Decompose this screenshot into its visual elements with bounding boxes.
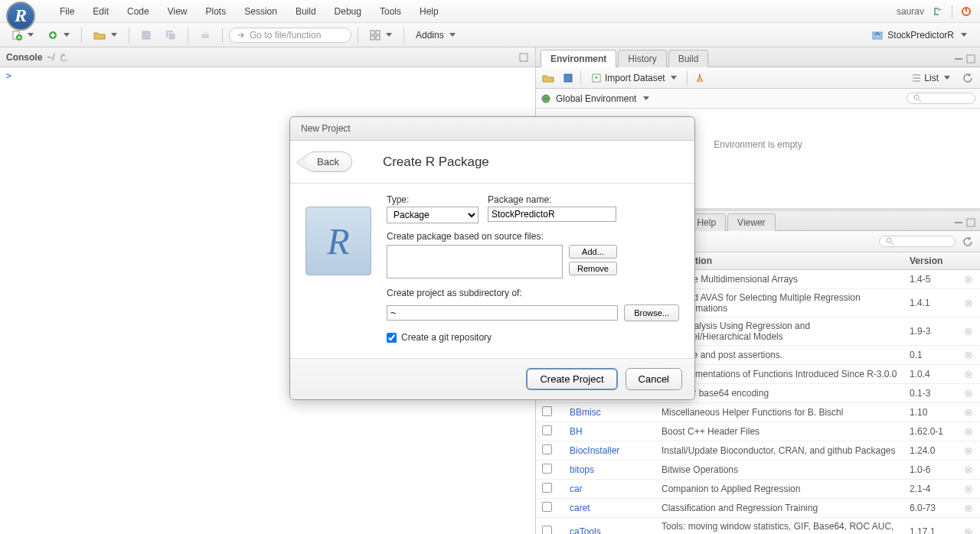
git-checkbox[interactable] (387, 333, 397, 343)
git-checkbox-row[interactable]: Create a git repository (387, 332, 679, 343)
browse-button[interactable]: Browse... (624, 304, 679, 321)
create-project-button[interactable]: Create Project (526, 368, 617, 390)
dialog-heading: Create R Package (383, 155, 489, 170)
add-button[interactable]: Add... (569, 245, 617, 259)
subdir-input[interactable] (387, 305, 618, 321)
git-label: Create a git repository (401, 332, 492, 343)
package-name-label: Package name: (488, 194, 616, 205)
remove-button[interactable]: Remove (569, 262, 617, 275)
new-project-dialog: New Project Back Create R Package R Type… (289, 116, 695, 400)
type-select[interactable]: Package (387, 207, 479, 223)
package-icon: R (305, 207, 371, 275)
cancel-button[interactable]: Cancel (626, 368, 682, 390)
type-label: Type: (387, 194, 479, 205)
package-name-input[interactable] (488, 207, 616, 222)
source-files-list[interactable] (387, 245, 563, 278)
subdir-label: Create project as subdirectory of: (387, 288, 679, 298)
source-files-label: Create package based on source files: (387, 231, 679, 242)
dialog-title: New Project (290, 117, 694, 141)
back-button[interactable]: Back (304, 151, 352, 172)
dialog-overlay: New Project Back Create R Package R Type… (0, 0, 980, 534)
